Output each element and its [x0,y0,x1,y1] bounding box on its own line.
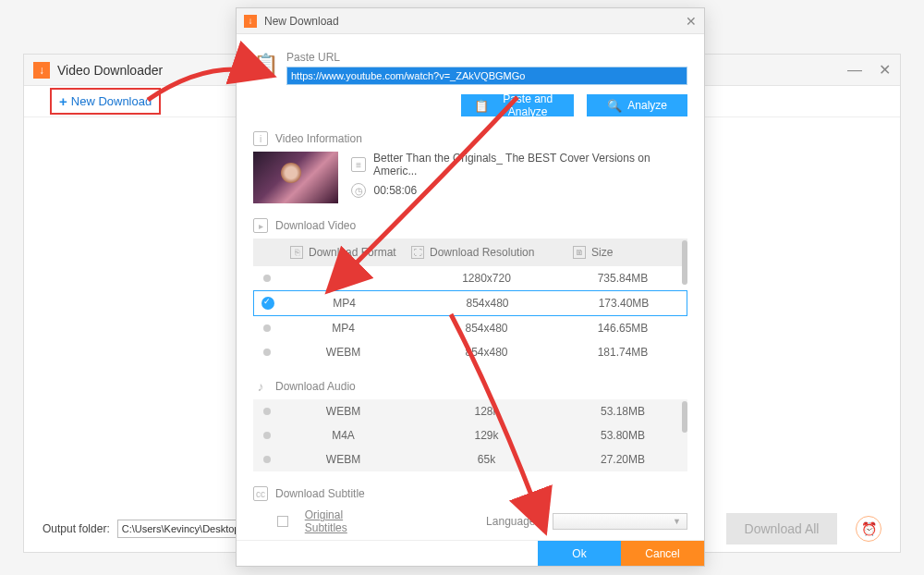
new-download-button[interactable]: + New Download [50,88,161,115]
paste-analyze-label: Paste and Analyze [494,92,561,118]
download-all-button[interactable]: Download All [726,513,837,544]
cell-format: MP4 [282,297,407,310]
table-row[interactable]: M4A 129k 53.80MB [253,423,687,447]
app-logo-icon: ↓ [33,62,50,79]
video-thumbnail [253,152,338,203]
table-row[interactable]: MP4 854x480 146.65MB [253,316,687,340]
original-subtitles-label: Original Subtitles [305,508,386,534]
app-title: Video Downloader [57,63,163,78]
table-row[interactable]: MP4 854x480 173.40MB [253,290,687,316]
download-all-label: Download All [745,521,820,536]
size-icon: 🗎 [573,246,586,259]
cell-size: 146.65MB [567,322,678,335]
clipboard-icon: 📋 [253,51,277,79]
paste-icon: 📋 [474,99,489,113]
table-row[interactable]: WEBM 65k 27.20MB [253,447,687,471]
url-area: 📋 Paste URL [253,51,687,85]
download-subtitle-header: cc Download Subtitle [253,486,687,501]
radio-icon [263,456,271,463]
cell-format: WEBM [281,453,406,466]
output-folder-label: Output folder: [43,522,110,535]
cell-resolution: 854x480 [407,297,568,310]
cell-size: 181.74MB [567,346,678,359]
table-row[interactable]: WEBM 854x480 181.74MB [253,340,687,364]
col-resolution: Download Resolution [430,246,534,259]
info-icon: i [253,131,268,146]
cancel-button[interactable]: Cancel [621,541,704,566]
radio-icon [263,324,271,332]
radio-icon [263,408,271,415]
radio-icon [261,297,274,310]
analyze-label: Analyze [627,99,667,112]
language-select[interactable]: ▼ [553,513,687,530]
analyze-buttons: 📋 Paste and Analyze 🔍 Analyze [461,94,687,116]
cell-format: M4A [281,429,406,442]
audio-scrollbar[interactable] [682,401,687,433]
cell-size: 735.84MB [567,272,678,285]
new-download-label: New Download [71,94,152,108]
close-icon[interactable]: ✕ [878,64,891,77]
video-table: ⎘Download Format ⛶Download Resolution 🗎S… [253,239,687,364]
window-controls: — ✕ [848,64,891,77]
new-download-dialog: ↓ New Download ✕ 📋 Paste URL 📋 Paste and… [236,7,705,567]
language-label: Language [486,515,535,528]
subtitle-row: Original Subtitles Language ▼ [253,508,687,534]
analyze-button[interactable]: 🔍 Analyze [587,94,687,116]
audio-table: WEBM 128k 53.18MB M4A 129k 53.80MB WEBM … [253,399,687,471]
cell-format: MP4 [281,272,406,285]
video-info-label: Video Information [275,132,362,145]
title-icon: ≡ [351,157,366,172]
dialog-title-bar: ↓ New Download ✕ [237,8,704,34]
dialog-close-icon[interactable]: ✕ [686,14,697,29]
audio-icon: ♪ [253,379,268,394]
search-icon: 🔍 [607,99,622,113]
download-video-header: ▸ Download Video [253,218,687,233]
cell-size: 53.80MB [567,429,678,442]
cell-resolution: 854x480 [406,322,567,335]
cell-format: MP4 [281,322,406,335]
video-info-header: i Video Information [253,131,687,146]
paste-url-label: Paste URL [286,51,687,64]
cell-size: 53.18MB [567,405,678,418]
cell-resolution: 854x480 [406,346,567,359]
minimize-icon[interactable]: — [848,64,861,77]
video-icon: ▸ [253,218,268,233]
cell-bitrate: 128k [406,405,567,418]
video-scrollbar[interactable] [682,240,687,285]
ok-button[interactable]: Ok [538,541,621,566]
cell-bitrate: 65k [406,453,567,466]
cell-size: 27.20MB [567,453,678,466]
col-format: Download Format [309,246,396,259]
dialog-title: New Download [264,15,339,28]
download-subtitle-label: Download Subtitle [275,487,365,500]
video-title-text: Better Than the Originals_ The BEST Cove… [373,152,687,177]
paste-and-analyze-button[interactable]: 📋 Paste and Analyze [461,94,574,116]
dialog-logo-icon: ↓ [244,15,257,28]
radio-icon [263,349,271,356]
table-row[interactable]: MP4 1280x720 735.84MB [253,266,687,290]
download-audio-label: Download Audio [275,380,356,393]
output-folder-input[interactable] [117,520,247,538]
download-video-label: Download Video [275,219,356,232]
schedule-icon[interactable]: ⏰ [856,516,881,542]
cell-resolution: 1280x720 [406,272,567,285]
dialog-footer: Ok Cancel [237,540,704,566]
dialog-body: 📋 Paste URL 📋 Paste and Analyze 🔍 Analyz… [237,34,704,540]
url-input[interactable] [286,67,687,85]
clock-icon: ◷ [351,183,366,198]
subtitle-icon: cc [253,486,268,501]
plus-icon: + [59,93,67,109]
cell-format: WEBM [281,346,406,359]
download-audio-header: ♪ Download Audio [253,379,687,394]
radio-icon [263,275,271,282]
resolution-icon: ⛶ [411,246,424,259]
chevron-down-icon: ▼ [673,517,681,526]
radio-icon [263,432,271,439]
original-subtitles-checkbox[interactable] [277,516,288,527]
video-duration: 00:58:06 [373,184,417,197]
cell-bitrate: 129k [406,429,567,442]
video-table-header: ⎘Download Format ⛶Download Resolution 🗎S… [253,239,687,266]
col-size: Size [591,246,613,259]
table-row[interactable]: WEBM 128k 53.18MB [253,399,687,423]
format-icon: ⎘ [290,246,303,259]
